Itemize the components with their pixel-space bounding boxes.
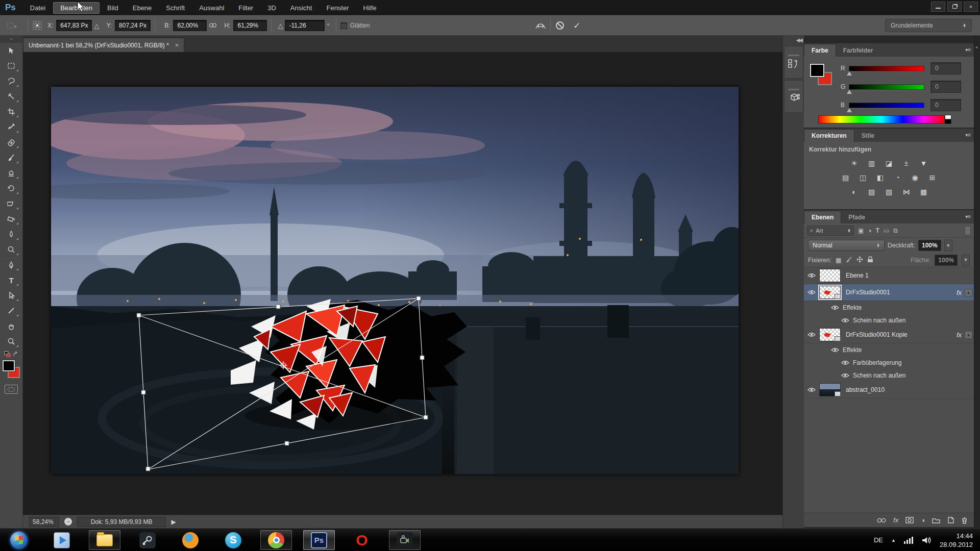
menu-fenster[interactable]: Fenster [320, 3, 355, 13]
tab-korrekturen[interactable]: Korrekturen [804, 129, 854, 142]
tray-expand-icon[interactable]: ▲ [891, 538, 896, 543]
menu-hilfe[interactable]: Hilfe [357, 3, 383, 13]
new-layer-icon[interactable] [947, 517, 954, 523]
vibrance-icon[interactable]: ▼ [917, 158, 930, 168]
close-button[interactable]: × [964, 2, 978, 12]
taskbar-screen-recorder-icon[interactable] [389, 530, 421, 550]
color-swatch-pair[interactable] [810, 64, 834, 87]
spectrum-black-swatch[interactable] [945, 119, 951, 124]
panel-menu-icon[interactable]: ▾≡ [965, 214, 971, 219]
start-button[interactable] [3, 530, 35, 550]
path-selection-tool[interactable] [3, 288, 20, 303]
lock-transparency-icon[interactable]: ▦ [836, 257, 841, 264]
rotation-angle-field[interactable]: -11,26 [285, 20, 325, 31]
layer-row-ebene1[interactable]: Ebene 1 [804, 267, 974, 284]
visibility-eye-icon[interactable] [838, 318, 853, 323]
tab-ebenen[interactable]: Ebenen [804, 211, 841, 223]
layer-row-abstract-0010[interactable]: abstract_0010 [804, 382, 974, 398]
color-balance-icon[interactable]: ◫ [856, 172, 870, 183]
magic-wand-tool[interactable] [3, 89, 20, 104]
filter-toggle-switch[interactable] [965, 226, 971, 235]
layer-thumbnail[interactable] [819, 328, 841, 341]
visibility-eye-icon[interactable] [827, 347, 843, 353]
effects-row[interactable]: Effekte [804, 343, 974, 356]
blur-tool[interactable] [3, 227, 20, 242]
new-group-icon[interactable] [932, 517, 940, 523]
status-expand-arrow[interactable]: ▶ [171, 518, 176, 525]
width-field[interactable]: 62,00% [173, 20, 207, 31]
eyedropper-tool[interactable] [3, 119, 20, 135]
fx-badge[interactable]: fx [957, 289, 965, 296]
selective-color-icon[interactable]: ⋈ [899, 186, 913, 197]
menu-auswahl[interactable]: Auswahl [192, 3, 231, 13]
zoom-level-field[interactable]: 58,24% [29, 517, 59, 527]
filter-pixel-layers-icon[interactable]: ▣ [858, 227, 864, 234]
new-adjustment-layer-icon[interactable]: ◑ [921, 516, 925, 524]
tab-close-icon[interactable]: × [175, 41, 179, 49]
taskbar-media-player-icon[interactable] [46, 530, 78, 550]
tab-stile[interactable]: Stile [854, 130, 881, 142]
visibility-eye-icon[interactable] [838, 360, 853, 365]
lasso-tool[interactable] [3, 73, 20, 89]
photo-filter-icon[interactable]: ◔ [891, 172, 904, 183]
green-slider[interactable] [849, 84, 924, 90]
y-position-field[interactable]: 807,24 Px [115, 20, 151, 31]
status-info-icon[interactable]: ◔ [64, 518, 72, 525]
fx-badge[interactable]: fx [957, 331, 965, 339]
reference-point-locator[interactable] [32, 20, 42, 31]
brush-tool[interactable] [3, 150, 20, 165]
expand-panels-icon[interactable]: ◀◀ [794, 36, 804, 46]
type-tool[interactable]: T [3, 272, 20, 288]
posterize-icon[interactable]: ▨ [865, 186, 878, 197]
filter-smart-objects-icon[interactable]: ⧉ [893, 227, 898, 234]
visibility-eye-icon[interactable] [804, 387, 819, 392]
warp-mode-icon[interactable] [535, 21, 546, 30]
brightness-contrast-icon[interactable]: ☀ [847, 158, 861, 168]
gradient-tool[interactable] [3, 211, 20, 227]
quick-mask-button[interactable] [5, 385, 18, 394]
tab-farbe[interactable]: Farbe [804, 44, 836, 57]
restore-button[interactable] [947, 2, 962, 12]
document-tab[interactable]: Unbenannt-1 bei 58,2% (DrFxStudio0001, R… [23, 38, 184, 52]
x-position-field[interactable]: 647,83 Px [56, 20, 92, 31]
menu-datei[interactable]: Datei [23, 3, 52, 13]
menu-ebene[interactable]: Ebene [126, 3, 159, 13]
delete-layer-icon[interactable] [961, 517, 968, 524]
tool-preset-picker[interactable] [0, 21, 23, 30]
layer-filter-kind-select[interactable]: ⌕ Art ▲▼ [807, 226, 854, 236]
layer-row-drfxstudio0001[interactable]: DrFxStudio0001 fx ▲ [804, 284, 974, 301]
black-white-icon[interactable]: ◧ [873, 172, 887, 183]
add-layer-style-icon[interactable]: fx [893, 516, 898, 524]
volume-icon[interactable] [921, 536, 932, 545]
marquee-tool[interactable] [3, 58, 20, 73]
document-canvas[interactable] [51, 87, 739, 474]
opacity-dropdown-arrow[interactable]: ▼ [944, 240, 952, 251]
panel-menu-icon[interactable]: ▾≡ [965, 132, 971, 138]
menu-schrift[interactable]: Schrift [159, 3, 191, 13]
layer-row-drfxstudio0001-kopie[interactable]: DrFxStudio0001 Kopie fx ▲ [804, 327, 974, 343]
minimize-button[interactable] [931, 2, 945, 12]
visibility-eye-icon[interactable] [838, 373, 853, 378]
menu-ansicht[interactable]: Ansicht [284, 3, 319, 13]
language-indicator[interactable]: DE [874, 536, 883, 544]
clock[interactable]: 14:44 28.09.2012 [940, 532, 976, 549]
maintain-aspect-ratio-icon[interactable] [209, 22, 217, 30]
green-value-field[interactable]: 0 [930, 81, 961, 93]
fill-value-field[interactable]: 100% [935, 255, 958, 266]
effects-row[interactable]: Effekte [804, 301, 974, 314]
opacity-value-field[interactable]: 100% [918, 240, 941, 251]
taskbar-steam-icon[interactable] [132, 530, 163, 550]
clone-stamp-tool[interactable] [3, 165, 20, 181]
blend-mode-select[interactable]: Normal ▲▼ [808, 240, 885, 251]
taskbar-firefox-icon[interactable] [175, 530, 206, 550]
taskbar-explorer-icon[interactable] [89, 530, 120, 550]
3d-panel-button[interactable] [784, 80, 803, 113]
shape-tool[interactable] [3, 303, 20, 318]
effect-outer-glow-row[interactable]: Schein nach außen [804, 314, 974, 327]
hue-saturation-icon[interactable]: ▤ [839, 172, 852, 183]
panel-dock-edge[interactable]: ◂ [974, 36, 980, 528]
toolbar-collapse-handle[interactable]: ›› [0, 36, 22, 43]
network-signal-icon[interactable] [904, 537, 913, 544]
filter-type-layers-icon[interactable]: T [876, 227, 879, 234]
foreground-swatch[interactable] [810, 64, 824, 77]
